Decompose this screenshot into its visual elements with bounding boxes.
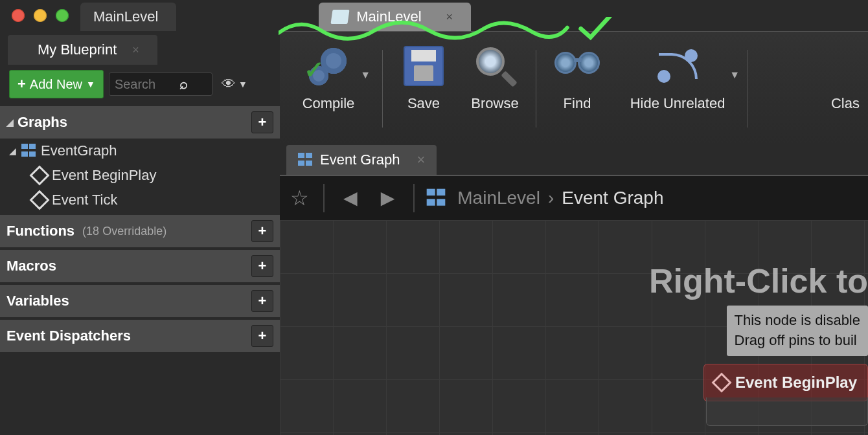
event-icon — [29, 165, 49, 185]
nav-divider — [323, 184, 325, 212]
category-graphs-header[interactable]: ◢Graphs + — [0, 104, 280, 139]
node-title: Event BeginPlay — [735, 374, 857, 392]
node-tooltip: This node is disable Drag off pins to bu… — [727, 306, 868, 356]
category-label: Graphs — [17, 114, 67, 131]
event-icon — [711, 372, 731, 392]
toolbar-label: Browse — [471, 95, 518, 112]
toolbar-divider — [748, 50, 748, 128]
class-icon — [823, 43, 868, 89]
toolbar-label: Find — [564, 95, 591, 112]
close-window-icon[interactable] — [12, 9, 25, 22]
expand-icon: ◢ — [6, 117, 14, 128]
add-dispatcher-button[interactable]: + — [251, 325, 273, 347]
event-beginplay-node[interactable]: Event BeginPlay — [703, 364, 868, 401]
add-macro-button[interactable]: + — [251, 255, 273, 277]
category-label: Variables — [6, 293, 69, 309]
graph-icon — [298, 153, 312, 167]
close-icon[interactable]: × — [132, 43, 139, 57]
hide-unrelated-icon — [655, 47, 700, 85]
find-button[interactable]: Find — [542, 43, 613, 112]
toolbar-label: Clas — [831, 95, 860, 112]
visibility-filter-button[interactable]: 👁 ▼ — [218, 73, 251, 95]
my-blueprint-toolbar: + Add New ▼ ⌕ 👁 ▼ — [0, 65, 280, 104]
add-new-button[interactable]: + Add New ▼ — [9, 70, 104, 98]
nav-back-button[interactable]: ◄ — [339, 184, 362, 212]
title-tab-mainlevel-2[interactable]: MainLevel × — [319, 3, 471, 31]
blueprint-icon — [331, 10, 350, 24]
panel-title: My Blueprint — [38, 41, 117, 58]
chevron-right-icon: › — [548, 188, 554, 208]
tree-item-eventgraph[interactable]: ◢ EventGraph — [0, 139, 280, 163]
canvas-hint-text: Right-Click to — [649, 262, 868, 300]
graph-tab-bar: Event Graph × — [280, 145, 868, 175]
graph-icon — [427, 189, 446, 208]
chevron-down-icon[interactable]: ▼ — [729, 69, 740, 81]
eye-icon: 👁 — [222, 76, 236, 93]
title-tab-mainlevel-1[interactable]: MainLevel — [80, 3, 176, 31]
event-beginplay-node-body[interactable] — [706, 397, 868, 426]
nav-divider — [413, 184, 415, 212]
main-toolbar: ✓ Compile ▼ Save Browse Find Hide Unrela… — [280, 31, 868, 145]
event-icon — [29, 190, 49, 210]
compile-icon: ✓ — [308, 45, 349, 87]
toolbar-label: Save — [407, 95, 440, 112]
title-tab-strip: MainLevel MainLevel × — [80, 0, 471, 31]
nav-forward-button[interactable]: ► — [376, 184, 400, 212]
category-label: Macros — [6, 258, 56, 274]
tree-label: Event Tick — [52, 192, 117, 208]
my-blueprint-tab[interactable]: My Blueprint × — [8, 35, 157, 65]
tab-label: MainLevel — [356, 8, 421, 25]
minimize-window-icon[interactable] — [34, 9, 47, 22]
tab-label: Event Graph — [320, 151, 400, 168]
toolbar-divider — [382, 50, 383, 128]
plus-icon: + — [17, 76, 26, 93]
category-variables-header[interactable]: Variables + — [0, 282, 280, 317]
maximize-window-icon[interactable] — [56, 9, 69, 22]
event-graph-tab[interactable]: Event Graph × — [286, 145, 437, 175]
category-sublabel: (18 Overridable) — [82, 225, 166, 238]
chevron-down-icon[interactable]: ▼ — [360, 69, 371, 81]
add-variable-button[interactable]: + — [251, 290, 273, 312]
window-controls — [0, 9, 80, 22]
add-new-label: Add New — [30, 77, 82, 92]
browse-button[interactable]: Browse — [459, 43, 531, 112]
category-macros-header[interactable]: Macros + — [0, 247, 280, 282]
chevron-down-icon: ▼ — [86, 79, 95, 89]
add-graph-button[interactable]: + — [251, 111, 273, 133]
expand-icon: ◢ — [9, 146, 16, 156]
category-functions-header[interactable]: Functions (18 Overridable) + — [0, 212, 280, 247]
chevron-down-icon: ▼ — [238, 79, 247, 89]
tree-label: Event BeginPlay — [52, 167, 156, 184]
graph-icon — [21, 144, 36, 158]
add-function-button[interactable]: + — [251, 220, 273, 242]
category-event-dispatchers-header[interactable]: Event Dispatchers + — [0, 317, 280, 352]
browse-icon — [475, 46, 515, 86]
search-input[interactable] — [115, 77, 179, 92]
toolbar-divider — [536, 50, 536, 128]
category-label: Event Dispatchers — [6, 328, 131, 344]
breadcrumb: MainLevel › Event Graph — [457, 188, 663, 208]
compile-button[interactable]: ✓ Compile ▼ — [280, 43, 377, 112]
window-titlebar: MainLevel MainLevel × — [0, 0, 868, 31]
favorite-icon[interactable]: ☆ — [290, 186, 309, 210]
tree-item-event-tick[interactable]: Event Tick — [0, 188, 280, 212]
my-blueprint-panel: My Blueprint × + Add New ▼ ⌕ 👁 ▼ ◢Graphs — [0, 31, 280, 435]
binoculars-icon — [554, 48, 600, 84]
breadcrumb-graph[interactable]: Event Graph — [562, 188, 663, 208]
save-icon — [404, 46, 444, 86]
tree-item-event-beginplay[interactable]: Event BeginPlay — [0, 163, 280, 188]
blueprint-icon — [17, 44, 31, 56]
search-icon: ⌕ — [179, 76, 188, 93]
breadcrumb-level[interactable]: MainLevel — [457, 188, 540, 208]
graph-canvas[interactable]: Right-Click to This node is disable Drag… — [280, 220, 868, 435]
class-settings-button[interactable]: Clas — [823, 43, 868, 112]
close-icon[interactable]: × — [446, 10, 453, 24]
graph-nav-bar: ☆ ◄ ► MainLevel › Event Graph — [280, 175, 868, 220]
search-field[interactable]: ⌕ — [109, 72, 212, 96]
tree-label: EventGraph — [41, 142, 117, 159]
toolbar-label: Hide Unrelated — [630, 95, 725, 112]
editor-main: ✓ Compile ▼ Save Browse Find Hide Unrela… — [280, 31, 868, 435]
save-button[interactable]: Save — [388, 43, 459, 112]
close-icon[interactable]: × — [417, 151, 426, 168]
hide-unrelated-button[interactable]: Hide Unrelated ▼ — [613, 43, 742, 112]
